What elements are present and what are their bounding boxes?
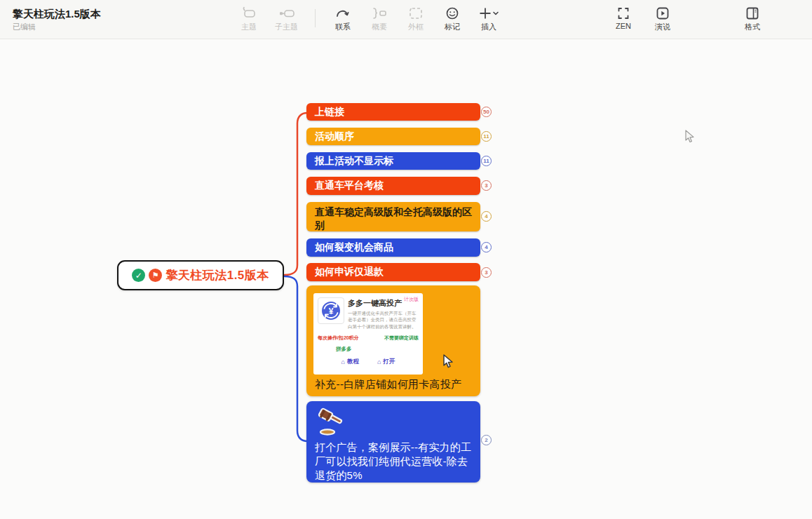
right-toolbar: ZEN 演说 格式 bbox=[613, 6, 812, 32]
zen-brackets-icon bbox=[616, 6, 631, 20]
branch-label: 直通车平台考核 bbox=[315, 180, 384, 192]
branch-label: 如何申诉仅退款 bbox=[315, 266, 384, 278]
format-label: 格式 bbox=[745, 22, 760, 32]
play-icon bbox=[655, 6, 670, 20]
topic-icon bbox=[241, 6, 257, 20]
branch-node-link[interactable]: 上链接 bbox=[306, 103, 480, 121]
marker-smiley-icon bbox=[445, 6, 460, 20]
badge-count[interactable]: 3 bbox=[481, 180, 492, 191]
branch-node-activity-order[interactable]: 活动顺序 bbox=[306, 128, 480, 145]
zen-button[interactable]: ZEN bbox=[613, 6, 634, 30]
marker-button[interactable]: 标记 bbox=[442, 6, 463, 32]
badge-count[interactable]: 11 bbox=[481, 131, 492, 142]
insert-button[interactable]: 插入 bbox=[478, 6, 499, 32]
branch-label: 报上活动不显示标 bbox=[315, 155, 393, 168]
relationship-icon bbox=[335, 6, 351, 20]
badge-count[interactable]: 4 bbox=[481, 242, 492, 252]
card-open-link[interactable]: ⌂ 打开 bbox=[377, 358, 395, 366]
summary-label: 概要 bbox=[372, 22, 387, 32]
subtopic-icon bbox=[278, 6, 295, 20]
branch-label: 直通车稳定高级版和全托高级版的区别 bbox=[315, 205, 472, 232]
badge-count[interactable]: 11 bbox=[481, 156, 492, 166]
relationship-label: 联系 bbox=[335, 22, 351, 32]
root-topic[interactable]: ✓ ⚑ 擎天柱玩法1.5版本 bbox=[117, 260, 284, 290]
branch-label: 打个广告，案例展示--有实力的工厂可以找我们纯佣代运营收-除去退货的5% bbox=[315, 440, 476, 482]
boundary-button[interactable]: 外框 bbox=[405, 6, 426, 32]
summary-icon bbox=[371, 6, 388, 20]
present-label: 演说 bbox=[655, 22, 670, 32]
flag-marker-icon[interactable]: ⚑ bbox=[149, 269, 162, 282]
branch-node-ztc-versions[interactable]: 直通车稳定高级版和全托高级版的区别 bbox=[306, 202, 480, 231]
svg-text:¥: ¥ bbox=[329, 306, 334, 316]
insert-label: 插入 bbox=[481, 22, 496, 32]
card-links: ⌂ 教程 ⌂ 打开 bbox=[318, 358, 419, 366]
main-toolbar: 主题 子主题 联系 bbox=[238, 6, 499, 32]
app-header: 擎天柱玩法1.5版本 已编辑 主题 子主题 bbox=[0, 0, 812, 39]
branch-node-activity-nolabel[interactable]: 报上活动不显示标 bbox=[306, 152, 480, 170]
topic-button[interactable]: 主题 bbox=[238, 6, 259, 32]
mindmap-canvas[interactable]: ✓ ⚑ 擎天柱玩法1.5版本 上链接 活动顺序 报上活动不显示标 直通车平台考核… bbox=[0, 0, 812, 519]
zen-label: ZEN bbox=[616, 22, 631, 30]
branch-label: 上链接 bbox=[315, 106, 344, 119]
mouse-cursor-ghost bbox=[684, 130, 696, 147]
branch-node-ad[interactable]: 打个广告，案例展示--有实力的工厂可以找我们纯佣代运营收-除去退货的5% bbox=[306, 401, 480, 483]
embedded-screenshot-card: ¥ 多多一键高投产 一键开通优化卡高投产开车（开车老手必看）全类目，请点击高投空… bbox=[313, 293, 423, 375]
branch-node-split-product[interactable]: 如何裂变机会商品 bbox=[306, 238, 480, 257]
subtopic-button[interactable]: 子主题 bbox=[275, 6, 298, 32]
card-link-label: 打开 bbox=[383, 358, 395, 366]
branch-label: 活动顺序 bbox=[315, 130, 354, 143]
root-topic-label: 擎天柱玩法1.5版本 bbox=[165, 267, 269, 283]
card-header: ¥ 多多一键高投产 一键开通优化卡高投产开车（开车老手必看）全类目，请点击高投空… bbox=[318, 297, 419, 330]
card-platform: 拼多多 bbox=[336, 346, 419, 353]
toolbar-divider bbox=[315, 9, 316, 27]
subtopic-label: 子主题 bbox=[275, 22, 298, 32]
marker-label: 标记 bbox=[445, 22, 460, 32]
card-description: 一键开通优化卡高投产开车（开车老手必看）全类目，请点击高投空白第十个课程前的各项… bbox=[348, 310, 419, 330]
gavel-icon bbox=[317, 407, 348, 440]
insert-plus-icon bbox=[478, 6, 499, 20]
document-info: 擎天柱玩法1.5版本 已编辑 bbox=[0, 6, 238, 32]
boundary-label: 外框 bbox=[408, 22, 424, 32]
house-icon: ⌂ bbox=[341, 358, 345, 365]
branch-label: 如何裂变机会商品 bbox=[315, 241, 393, 254]
format-panel-icon bbox=[745, 6, 760, 20]
summary-button[interactable]: 概要 bbox=[369, 6, 390, 32]
relationship-button[interactable]: 联系 bbox=[332, 6, 353, 32]
card-train-note: 不需要绑定训练 bbox=[384, 335, 419, 342]
check-marker-icon[interactable]: ✓ bbox=[132, 269, 145, 282]
present-button[interactable]: 演说 bbox=[652, 6, 673, 32]
topic-label: 主题 bbox=[241, 22, 257, 32]
document-status: 已编辑 bbox=[13, 22, 238, 32]
branch-node-appeal-refund[interactable]: 如何申诉仅退款 bbox=[306, 263, 480, 281]
card-tutorial-link[interactable]: ⌂ 教程 bbox=[341, 358, 359, 366]
format-button[interactable]: 格式 bbox=[742, 6, 763, 32]
card-edition-tag: 计次版 bbox=[404, 296, 419, 303]
badge-count[interactable]: 2 bbox=[481, 435, 492, 445]
boundary-icon bbox=[408, 6, 424, 20]
badge-count[interactable]: 3 bbox=[481, 267, 492, 278]
card-cost-note: 每次操作/扣20积分 bbox=[318, 335, 359, 342]
yuan-sync-icon: ¥ bbox=[318, 297, 344, 324]
badge-count[interactable]: 50 bbox=[481, 107, 492, 117]
card-notes-row: 每次操作/扣20积分 不需要绑定训练 bbox=[318, 335, 419, 342]
card-link-label: 教程 bbox=[347, 358, 359, 366]
mouse-cursor bbox=[442, 354, 454, 372]
document-title[interactable]: 擎天柱玩法1.5版本 bbox=[13, 6, 238, 21]
branch-label: 补充--白牌店铺如何用卡高投产 bbox=[315, 378, 472, 391]
badge-count[interactable]: 4 bbox=[481, 211, 492, 222]
branch-node-supplement[interactable]: ¥ 多多一键高投产 一键开通优化卡高投产开车（开车老手必看）全类目，请点击高投空… bbox=[306, 285, 480, 396]
house-icon: ⌂ bbox=[377, 358, 381, 365]
branch-node-ztc-check[interactable]: 直通车平台考核 bbox=[306, 177, 480, 195]
